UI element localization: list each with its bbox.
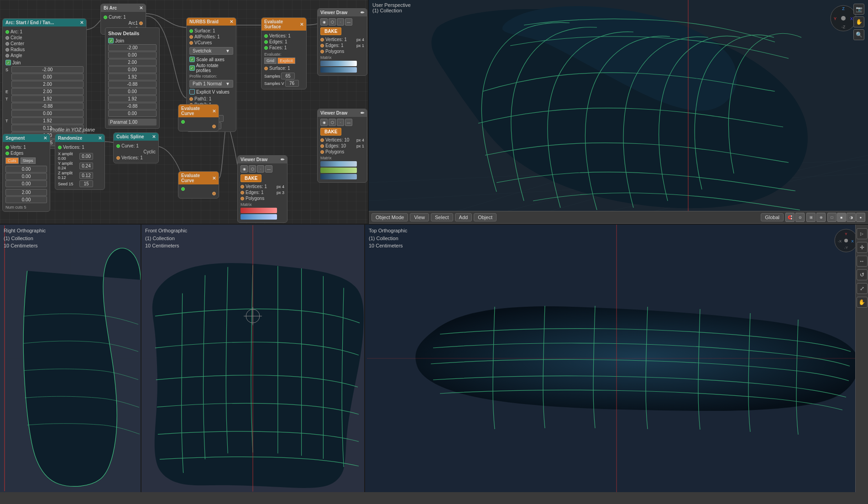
arc-s-input[interactable] xyxy=(11,66,84,73)
sd-input10[interactable] xyxy=(108,110,157,117)
main-toolbar: Object Mode View Select Add Object Globa… xyxy=(369,211,868,224)
grid-btn[interactable]: Grid xyxy=(264,58,277,64)
sd-input2[interactable] xyxy=(108,52,157,58)
3d-nav-overlay: 📷 ✋ 🔍 xyxy=(853,4,864,40)
sd-input1[interactable] xyxy=(108,44,157,51)
vd3-bake-btn[interactable]: BAKE xyxy=(241,174,261,182)
svg-point-14 xyxy=(841,16,846,21)
arc-t1-input[interactable] xyxy=(11,95,84,102)
vd1-line-btn[interactable]: — xyxy=(345,18,352,26)
right-toolbar: ▷ ✛ ↔ ↺ ⤢ ✋ xyxy=(855,225,868,492)
rt-scale-btn[interactable]: ⤢ xyxy=(857,283,868,294)
vd3-eye-btn[interactable]: ◉ xyxy=(241,165,248,173)
vd3-pt-btn[interactable]: · xyxy=(257,165,264,173)
node-editor[interactable]: Bi Arc ✕ Curve: 1 Arc1 Arc2 Arc: Start /… xyxy=(0,0,369,224)
arc-s3-input[interactable] xyxy=(11,81,84,88)
nav-zoom-btn[interactable]: 🔍 xyxy=(853,29,864,40)
tb-material-btn[interactable]: ◑ xyxy=(847,213,856,222)
add-btn[interactable]: Add xyxy=(455,213,472,221)
vd3-line-btn[interactable]: — xyxy=(265,165,272,173)
vd2-line-btn[interactable]: — xyxy=(345,119,352,126)
rt-cursor-btn[interactable]: ✛ xyxy=(857,242,868,253)
sd-input3[interactable] xyxy=(108,59,157,66)
rt-hand-btn[interactable]: ✋ xyxy=(857,297,868,308)
vd1-pt-btn[interactable]: · xyxy=(337,18,344,26)
cuts-btn[interactable]: Cuts xyxy=(5,158,19,164)
main-container: Bi Arc ✕ Curve: 1 Arc1 Arc2 Arc: Start /… xyxy=(0,0,868,504)
seed-input[interactable] xyxy=(79,180,93,187)
rt-rotate-btn[interactable]: ↺ xyxy=(857,269,868,280)
vd3-mesh-btn[interactable]: ⬡ xyxy=(249,165,256,173)
nav-hand-btn[interactable]: ✋ xyxy=(853,16,864,27)
viewport-front-ortho[interactable]: Front Orthographic (1) Collection 10 Cen… xyxy=(141,225,365,492)
rt-move-btn[interactable]: ↔ xyxy=(857,256,868,267)
arc-t3-input[interactable] xyxy=(11,110,84,117)
explicit-btn[interactable]: Explicit xyxy=(277,58,295,64)
select-btn[interactable]: Select xyxy=(431,213,453,221)
sd-input8[interactable] xyxy=(108,95,157,102)
tb-proportional-btn[interactable]: ⊙ xyxy=(795,213,805,222)
tb-gizmo-btn[interactable]: ⊕ xyxy=(816,213,826,222)
viewport-top-ortho[interactable]: Top Orthographic (1) Collection 10 Centi… xyxy=(365,225,868,492)
svetchok-dropdown[interactable]: Svetchok▼ xyxy=(189,47,233,55)
sd-input9[interactable] xyxy=(108,103,157,110)
show-details-label: Show Details xyxy=(108,31,157,36)
tb-solid-btn[interactable]: ■ xyxy=(837,213,846,222)
front-ortho-svg xyxy=(141,225,364,492)
tb-overlay-btn[interactable]: ⊞ xyxy=(806,213,816,222)
node-arc-header: Arc: Start / End / Tan... ✕ xyxy=(3,19,86,26)
svg-text:Y: Y xyxy=(834,16,837,21)
vd2-mesh-btn[interactable]: ⬡ xyxy=(329,119,336,126)
global-btn[interactable]: Global xyxy=(761,213,784,221)
seg-val3[interactable] xyxy=(5,180,47,187)
y-amplit-input[interactable] xyxy=(79,163,93,169)
z-amplit-input[interactable] xyxy=(79,172,93,179)
node-bi-arc-header: Bi Arc ✕ xyxy=(101,4,146,12)
show-details-panel: Show Details ✓ Join Paramat 1.00 xyxy=(105,27,160,129)
eval-surface-header: Evaluate Surface ✕ xyxy=(261,18,306,31)
svg-text:Z: Z xyxy=(842,6,845,11)
object-mode-btn[interactable]: Object Mode xyxy=(371,213,408,221)
seg-val4[interactable] xyxy=(5,189,47,196)
vd2-eye-btn[interactable]: ◉ xyxy=(320,119,328,126)
node-evaluate-surface: Evaluate Surface ✕ Vertices: 1 Edges: 1 … xyxy=(261,17,307,89)
cubic-spline-header: Cubic Spline ✕ xyxy=(114,133,158,141)
object-btn[interactable]: Object xyxy=(474,213,497,221)
vd1-eye-btn[interactable]: ◉ xyxy=(320,18,328,26)
tb-magnet-btn[interactable]: 🧲 xyxy=(785,213,795,222)
vd1-bake-btn[interactable]: BAKE xyxy=(320,27,341,35)
tb-render-btn[interactable]: ● xyxy=(856,213,865,222)
sd-input5[interactable] xyxy=(108,74,157,80)
arc-e-input[interactable] xyxy=(11,88,84,95)
path1-normal-dropdown[interactable]: Path 1 Normal▼ xyxy=(189,80,233,88)
seg-val5[interactable] xyxy=(5,196,47,203)
nav-camera-btn[interactable]: 📷 xyxy=(853,4,864,15)
samples-input[interactable] xyxy=(281,73,295,79)
vd2-matrix-label: Matrix xyxy=(320,156,364,160)
arc-t4-input[interactable] xyxy=(11,117,84,124)
vd2-pt-btn[interactable]: · xyxy=(337,119,344,126)
steps-btn[interactable]: Steps xyxy=(21,158,36,164)
tb-wireframe-btn[interactable]: □ xyxy=(827,213,837,222)
svg-text:-Y: -Y xyxy=(844,246,848,250)
sd-input4[interactable] xyxy=(108,66,157,73)
rt-select-btn[interactable]: ▷ xyxy=(857,228,868,239)
viewport-3d-main[interactable]: User Perspective (1) Collection xyxy=(369,0,868,224)
viewer-draw-3-header: Viewer Draw ✏ xyxy=(238,156,287,163)
x-amplit-input[interactable] xyxy=(79,153,93,160)
vd2-bake-btn[interactable]: BAKE xyxy=(320,128,341,136)
svg-point-36 xyxy=(844,239,848,242)
evaluate-label: Evaluate: xyxy=(264,52,303,57)
samples-v-input[interactable] xyxy=(285,80,299,87)
arc-s2-input[interactable] xyxy=(11,74,84,80)
view-btn[interactable]: View xyxy=(410,213,429,221)
seg-val2[interactable] xyxy=(5,173,47,180)
profile-rotation-label: Profile rotation: xyxy=(189,74,233,79)
arc-t2-input[interactable] xyxy=(11,103,84,110)
eval-curve-1-header: Evaluate Curve ✕ xyxy=(178,172,219,184)
vd1-mesh-btn[interactable]: ⬡ xyxy=(329,18,336,26)
viewport-right-ortho[interactable]: Right Orthographic (1) Collection 10 Cen… xyxy=(0,225,141,492)
sd-input7[interactable] xyxy=(108,88,157,95)
seg-val1[interactable] xyxy=(5,166,47,173)
sd-input6[interactable] xyxy=(108,81,157,88)
